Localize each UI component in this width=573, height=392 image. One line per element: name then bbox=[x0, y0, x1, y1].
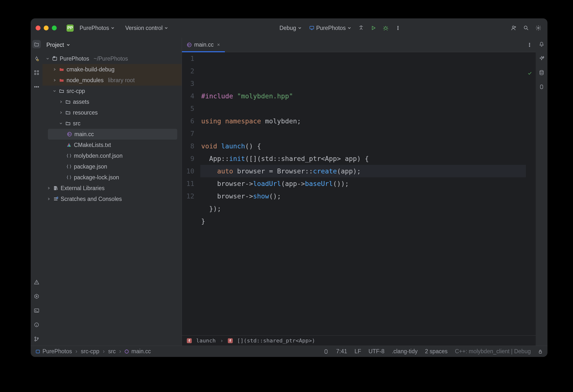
debug-button[interactable] bbox=[381, 24, 390, 32]
tree-disclosure-icon[interactable] bbox=[52, 79, 57, 82]
breadcrumb-item[interactable]: main.cc bbox=[131, 348, 151, 355]
window-controls bbox=[36, 26, 57, 30]
terminal-tool-button[interactable] bbox=[32, 307, 41, 315]
target-dropdown[interactable]: PurePhotos bbox=[307, 23, 353, 33]
tree-item[interactable]: assets bbox=[42, 96, 182, 107]
tree-disclosure-icon[interactable] bbox=[46, 187, 51, 190]
messages-tool-button[interactable] bbox=[32, 321, 41, 329]
tab-options-button[interactable] bbox=[523, 37, 536, 52]
editor-breadcrumb[interactable]: f launch › f [](std::shared_ptr<App>) bbox=[182, 335, 536, 346]
status-linter[interactable]: .clang-tidy bbox=[392, 348, 418, 355]
breadcrumb-item[interactable]: src bbox=[108, 348, 116, 355]
run-button[interactable] bbox=[369, 24, 377, 32]
folder-icon bbox=[59, 67, 64, 72]
build-button[interactable] bbox=[357, 24, 365, 32]
status-config[interactable]: C++: molybden_client | Debug bbox=[455, 348, 531, 355]
breadcrumb-item[interactable]: src-cpp bbox=[81, 348, 99, 355]
code-editor[interactable]: 123456789101112 #include "molybden.hpp" … bbox=[182, 52, 536, 335]
folder-icon bbox=[66, 99, 71, 104]
project-dropdown[interactable]: PurePhotos bbox=[78, 23, 116, 33]
tree-item[interactable]: package-lock.json bbox=[42, 172, 182, 183]
structure-icon bbox=[34, 70, 39, 75]
module-icon bbox=[36, 349, 40, 354]
database-tool-button[interactable] bbox=[537, 68, 546, 77]
copilot-icon bbox=[539, 84, 544, 89]
folder-icon bbox=[59, 88, 64, 93]
tree-item[interactable]: External Libraries bbox=[42, 183, 182, 194]
breadcrumb-item[interactable]: PurePhotos bbox=[42, 348, 72, 355]
editor-tab-label: main.cc bbox=[194, 41, 214, 48]
tree-item[interactable]: src bbox=[42, 118, 182, 129]
json-file-icon bbox=[67, 175, 72, 180]
tree-item-label: cmake-build-debug bbox=[67, 66, 115, 73]
tree-root[interactable]: PurePhotos ~/PurePhotos bbox=[42, 53, 182, 64]
status-indent[interactable]: 2 spaces bbox=[425, 348, 448, 355]
zoom-window-button[interactable] bbox=[52, 26, 57, 30]
run-config-label: Debug bbox=[279, 25, 296, 31]
play-icon bbox=[371, 25, 376, 31]
json-file-icon bbox=[67, 164, 72, 169]
editor-tabs: main.cc × bbox=[182, 37, 536, 52]
problems-tool-button[interactable] bbox=[32, 278, 41, 286]
bug-icon bbox=[383, 25, 388, 31]
tree-item-label: main.cc bbox=[74, 131, 94, 138]
ai-assistant-button[interactable] bbox=[537, 54, 546, 63]
tree-disclosure-icon[interactable] bbox=[59, 111, 63, 114]
copilot-icon[interactable] bbox=[323, 349, 329, 354]
run-config-dropdown[interactable]: Debug bbox=[277, 23, 304, 33]
tree-disclosure-icon[interactable] bbox=[52, 89, 57, 92]
tree-item[interactable]: resources bbox=[42, 107, 182, 118]
breadcrumb-separator: › bbox=[118, 348, 122, 355]
tree-disclosure-icon[interactable] bbox=[59, 100, 63, 103]
tree-item[interactable]: package.json bbox=[42, 161, 182, 172]
tree-root-name: PurePhotos bbox=[60, 55, 89, 62]
tree-disclosure-icon[interactable] bbox=[59, 122, 63, 125]
tree-item[interactable]: src-cpp bbox=[42, 85, 182, 96]
left-tool-rail bbox=[31, 37, 42, 346]
tree-item-label: molybden.conf.json bbox=[74, 153, 123, 159]
svg-point-5 bbox=[512, 26, 514, 28]
tree-disclosure-icon[interactable] bbox=[46, 197, 51, 200]
more-tools-button[interactable] bbox=[32, 83, 41, 91]
lock-icon[interactable] bbox=[538, 349, 543, 354]
folder-icon bbox=[66, 121, 71, 126]
structure-tool-button[interactable] bbox=[32, 68, 41, 77]
editor-tab[interactable]: main.cc × bbox=[182, 37, 225, 52]
project-tree[interactable]: PurePhotos ~/PurePhotos cmake-build-debu… bbox=[42, 52, 182, 346]
git-tool-button[interactable] bbox=[32, 335, 41, 343]
copilot-button[interactable] bbox=[537, 83, 546, 91]
code-with-me-button[interactable] bbox=[510, 24, 518, 32]
info-circle-icon bbox=[34, 322, 39, 327]
tree-item[interactable]: cmake-build-debug bbox=[42, 64, 182, 75]
kebab-icon bbox=[527, 43, 532, 47]
svg-point-8 bbox=[36, 57, 37, 59]
folder-icon bbox=[34, 41, 39, 47]
minimize-window-button[interactable] bbox=[44, 26, 49, 30]
tree-item[interactable]: CMakeLists.txt bbox=[42, 140, 182, 150]
tree-item[interactable]: molybden.conf.json bbox=[42, 150, 182, 161]
status-eol[interactable]: LF bbox=[355, 348, 361, 355]
settings-button[interactable] bbox=[534, 24, 543, 32]
close-window-button[interactable] bbox=[36, 26, 40, 30]
tree-disclosure-icon[interactable] bbox=[52, 68, 57, 71]
crumb-outer: launch bbox=[196, 338, 215, 344]
tree-item[interactable]: node_modules library root bbox=[42, 75, 182, 85]
module-icon bbox=[52, 56, 57, 61]
project-tool-button[interactable] bbox=[32, 40, 41, 48]
tree-disclosure-icon[interactable] bbox=[45, 57, 50, 60]
more-actions-button[interactable] bbox=[394, 24, 402, 32]
notifications-button[interactable] bbox=[537, 40, 546, 48]
services-tool-button[interactable] bbox=[32, 292, 41, 301]
code-content[interactable]: #include "molybden.hpp" using namespace … bbox=[200, 52, 536, 335]
status-position[interactable]: 7:41 bbox=[336, 348, 347, 355]
project-panel-header[interactable]: Project bbox=[42, 37, 182, 52]
search-button[interactable] bbox=[522, 24, 530, 32]
right-tool-rail bbox=[536, 37, 547, 346]
tree-item-selected[interactable]: main.cc bbox=[48, 129, 177, 140]
tree-item[interactable]: Scratches and Consoles bbox=[42, 194, 182, 204]
status-encoding[interactable]: UTF-8 bbox=[369, 348, 384, 355]
svg-point-21 bbox=[37, 338, 38, 339]
commit-tool-button[interactable] bbox=[32, 54, 41, 63]
close-tab-button[interactable]: × bbox=[217, 42, 220, 48]
vcs-dropdown[interactable]: Version control bbox=[123, 23, 170, 33]
